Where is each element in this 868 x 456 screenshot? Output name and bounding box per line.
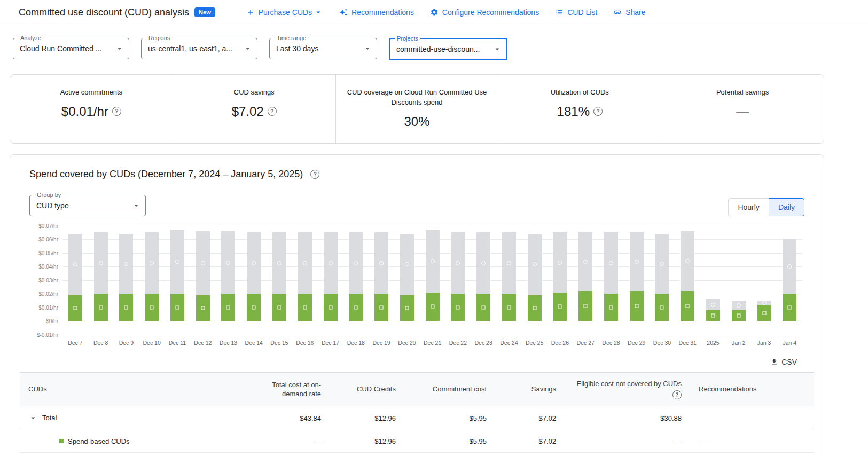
metric-number: $0.01/hr — [61, 104, 108, 119]
bar-dec-26[interactable] — [548, 226, 573, 335]
collapse-arrow-icon[interactable] — [28, 413, 38, 423]
segment-spend-based-cuds — [196, 295, 210, 321]
bar-dec-21[interactable] — [420, 226, 445, 335]
y-axis-tick-label: $0.06/hr — [38, 237, 58, 242]
chart-plot: $0.07/hr$0.06/hr$0.05/hr$0.04/hr$0.03/hr… — [62, 226, 802, 335]
segment-eligible-cost-not-covered-by-cuds — [502, 232, 516, 294]
series-swatch — [59, 439, 64, 443]
bar-dec-12[interactable] — [190, 226, 216, 335]
bar-dec-14[interactable] — [241, 226, 267, 335]
square-marker-icon — [558, 305, 562, 309]
help-icon[interactable]: ? — [268, 107, 277, 116]
segment-spend-based-cuds — [502, 294, 516, 321]
bar-dec-8[interactable] — [88, 226, 114, 335]
square-marker-icon — [99, 305, 103, 309]
bar-dec-18[interactable] — [343, 226, 369, 335]
bar-dec-20[interactable] — [394, 226, 420, 335]
bar-dec-11[interactable] — [165, 226, 190, 335]
download-csv-button[interactable]: CSV — [767, 357, 800, 367]
circle-marker-icon — [583, 260, 588, 264]
segment-spend-based-cuds — [553, 293, 567, 321]
bar-dec-24[interactable] — [496, 226, 522, 335]
circle-marker-icon — [787, 264, 792, 269]
bar-dec-30[interactable] — [650, 226, 675, 335]
action-cud-list[interactable]: CUD List — [550, 4, 603, 21]
filter-bar: AnalyzeCloud Run Committed ...Regionsus-… — [10, 25, 824, 62]
page-content: AnalyzeCloud Run Committed ...Regionsus-… — [10, 25, 824, 456]
segment-spend-based-cuds — [757, 305, 771, 321]
segment-eligible-cost-not-covered-by-cuds — [630, 232, 644, 291]
bar-dec-29[interactable] — [624, 226, 650, 335]
filter-time-range[interactable]: Time rangeLast 30 days — [269, 38, 377, 59]
segment-spend-based-cuds — [298, 294, 312, 321]
caret-down-icon — [115, 44, 124, 53]
x-axis-label: Dec 22 — [445, 340, 471, 346]
help-icon[interactable]: ? — [593, 107, 603, 116]
x-axis-label: Jan 2 — [726, 340, 752, 346]
square-marker-icon — [73, 306, 77, 310]
bar-dec-28[interactable] — [598, 226, 624, 335]
action-recommendations[interactable]: Recommendations — [334, 4, 419, 21]
x-axis-label: Dec 25 — [522, 340, 548, 346]
square-marker-icon — [762, 311, 766, 315]
x-axis-label: Dec 11 — [165, 340, 190, 346]
toggle-daily[interactable]: Daily — [769, 198, 804, 216]
bar-jan-3[interactable] — [752, 226, 777, 335]
segment-spend-based-cuds — [68, 295, 82, 321]
header-actions: Purchase CUDsRecommendationsConfigure Re… — [241, 3, 651, 21]
circle-marker-icon — [533, 262, 537, 266]
filter-analyze[interactable]: AnalyzeCloud Run Committed ... — [13, 38, 129, 59]
x-axis-label: Dec 18 — [343, 340, 369, 346]
bar-dec-17[interactable] — [318, 226, 343, 335]
row-label-cell: Total — [20, 406, 249, 430]
filter-regions[interactable]: Regionsus-central1, us-east1, a... — [141, 38, 257, 59]
bar-dec-25[interactable] — [522, 226, 548, 335]
help-icon[interactable]: ? — [112, 107, 121, 116]
segment-spend-based-cuds — [247, 294, 261, 321]
table-row-spend-based-cuds[interactable]: Spend-based CUDs—$12.96$5.95$7.02—— — [20, 430, 814, 453]
segment-eligible-cost-not-covered-by-cuds — [757, 301, 771, 305]
bar-dec-19[interactable] — [369, 226, 394, 335]
x-axis-label: Dec 24 — [496, 340, 522, 346]
bar-dec-15[interactable] — [267, 226, 292, 335]
segment-eligible-cost-not-covered-by-cuds — [324, 232, 338, 294]
circle-marker-icon — [431, 259, 435, 263]
circle-marker-icon — [252, 261, 256, 265]
table-row-total[interactable]: Total$43.84$12.96$5.95$7.02$30.88 — [20, 406, 814, 430]
segment-spend-based-cuds — [681, 291, 694, 321]
bar-dec-23[interactable] — [471, 226, 496, 335]
circle-marker-icon — [201, 261, 205, 265]
bar-dec-22[interactable] — [445, 226, 471, 335]
y-axis-tick-label: $0/hr — [46, 318, 58, 324]
segment-eligible-cost-not-covered-by-cuds — [298, 232, 312, 294]
x-axis-label: Dec 19 — [369, 340, 394, 346]
chart-title: Spend covered by CUDs (December 7, 2024 … — [29, 169, 303, 180]
segment-spend-based-cuds — [272, 294, 286, 321]
caret-down-icon — [243, 44, 253, 53]
action-configure-recommendations[interactable]: Configure Recommendations — [425, 4, 544, 21]
bar-dec-27[interactable] — [573, 226, 598, 335]
metric-active-commitments: Active commitments$0.01/hr? — [10, 75, 173, 143]
bar-dec-13[interactable] — [216, 226, 241, 335]
bar-dec-9[interactable] — [114, 226, 139, 335]
help-icon[interactable]: ? — [310, 170, 319, 179]
action-share[interactable]: Share — [608, 4, 651, 21]
help-icon[interactable]: ? — [672, 390, 682, 399]
bar-dec-10[interactable] — [139, 226, 165, 335]
chart-card: Spend covered by CUDs (December 7, 2024 … — [10, 154, 824, 456]
group-by-select[interactable]: Group by CUD type — [29, 195, 146, 216]
x-axis-label: Dec 9 — [114, 340, 139, 346]
circle-marker-icon — [150, 261, 154, 265]
segment-eligible-cost-not-covered-by-cuds — [655, 234, 669, 294]
toggle-hourly[interactable]: Hourly — [728, 198, 768, 216]
action-purchase-cuds[interactable]: Purchase CUDs — [241, 3, 329, 21]
metric-potential-savings: Potential savings— — [661, 75, 824, 143]
bar-dec-31[interactable] — [675, 226, 700, 335]
bar-jan-2[interactable] — [726, 226, 752, 335]
bar-jan-4[interactable] — [777, 226, 802, 335]
bar-2025[interactable] — [700, 226, 726, 335]
filter-projects[interactable]: Projectscommitted-use-discoun... — [389, 38, 507, 60]
bar-dec-16[interactable] — [292, 226, 318, 335]
filter-label: Time range — [275, 35, 308, 42]
bar-dec-7[interactable] — [62, 226, 88, 335]
